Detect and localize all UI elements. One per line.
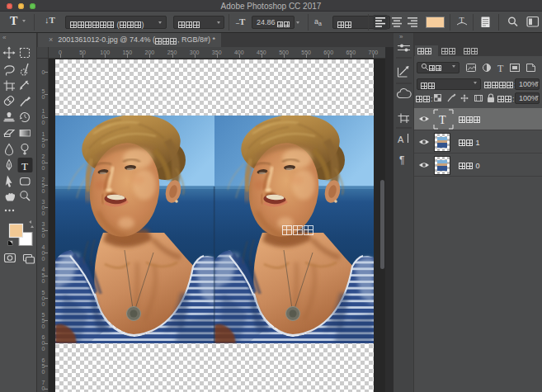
svg-text:T: T	[21, 160, 28, 172]
svg-text:¶: ¶	[399, 154, 404, 166]
svg-text:T: T	[439, 114, 446, 126]
svg-text:A: A	[398, 135, 404, 144]
svg-text:T: T	[497, 63, 504, 74]
svg-text:T: T	[460, 16, 464, 25]
